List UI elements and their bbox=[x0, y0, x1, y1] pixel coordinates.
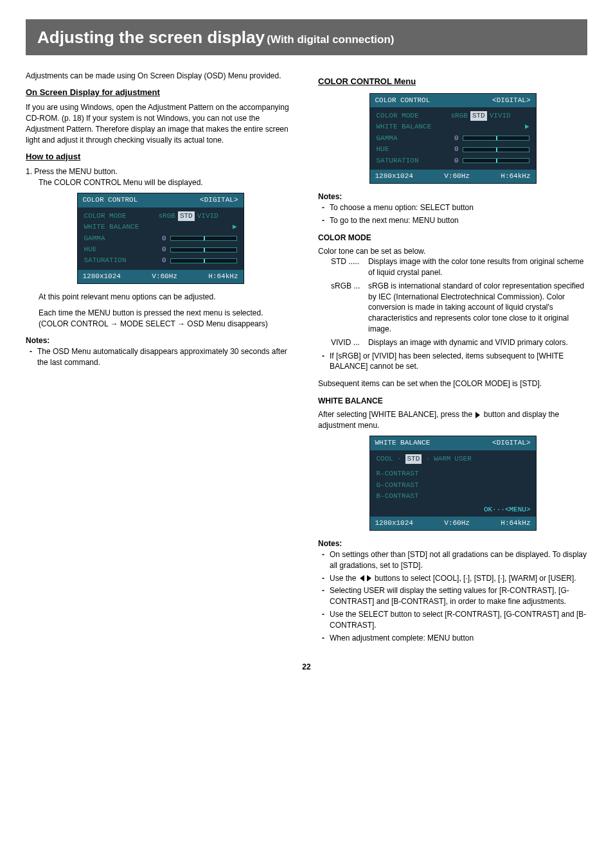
right-triangle-icon bbox=[366, 574, 373, 583]
osd-color-control-screenshot-2: COLOR CONTROL <DIGITAL> COLOR MODE sRGB … bbox=[369, 93, 537, 184]
osd-footer: 1280x1024 V:60Hz H:64kHz bbox=[370, 517, 536, 530]
osd-saturation-label: SATURATION bbox=[84, 256, 155, 265]
notes-heading-wb: Notes: bbox=[318, 538, 587, 549]
osd-arrow-icon: ▶ bbox=[525, 122, 529, 132]
color-mode-after: Subsequent items can be set when the [CO… bbox=[318, 378, 587, 389]
def-term-srgb: sRGB ... bbox=[331, 281, 368, 335]
right-column: COLOR CONTROL Menu COLOR CONTROL <DIGITA… bbox=[318, 71, 587, 645]
notes-list-left: The OSD Menu automatically disappears ap… bbox=[26, 346, 295, 368]
osd-color-mode-label: COLOR MODE bbox=[377, 111, 447, 121]
osd-opt-srgb: sRGB bbox=[451, 111, 468, 121]
osd-white-balance-label: WHITE BALANCE bbox=[84, 222, 155, 232]
wb-note2-a: Use the bbox=[330, 574, 359, 583]
note-item: Use the buttons to select [COOL], [·], [… bbox=[318, 573, 587, 584]
osd-saturation-bar bbox=[463, 158, 529, 163]
color-control-menu-heading: COLOR CONTROL Menu bbox=[318, 76, 587, 87]
color-mode-intro: Color tone can be set as below. bbox=[318, 246, 587, 257]
osd-saturation-bar bbox=[170, 258, 237, 263]
osd-footer-hfreq: H:64kHz bbox=[208, 272, 238, 281]
color-mode-footnote-list: If [sRGB] or [VIVID] has been selected, … bbox=[318, 351, 587, 373]
osd-header-title: COLOR CONTROL bbox=[375, 96, 431, 105]
wb-opt-dot: · bbox=[397, 454, 402, 464]
content-columns: Adjustments can be made using On Screen … bbox=[26, 71, 587, 645]
wb-opt-std-selected: STD bbox=[405, 454, 422, 464]
wb-opt-warm: WARM bbox=[434, 454, 450, 464]
notes-list-wb: On settings other than [STD] not all gra… bbox=[318, 549, 587, 643]
osd-gamma-bar bbox=[170, 236, 237, 241]
osd-b-contrast: B-CONTRAST bbox=[377, 492, 419, 501]
osd-opt-vivid: VIVID bbox=[490, 111, 511, 121]
osd-footer-hfreq: H:64kHz bbox=[501, 172, 530, 181]
note-item: Selecting USER will display the setting … bbox=[318, 585, 587, 607]
osd-header-mode: <DIGITAL> bbox=[492, 438, 530, 448]
how-to-adjust-heading: How to adjust bbox=[26, 151, 295, 163]
osd-saturation-value: 0 bbox=[159, 256, 166, 265]
wb-opt-user: USER bbox=[454, 454, 471, 464]
osd-header-mode: <DIGITAL> bbox=[492, 96, 530, 105]
osd-footer: 1280x1024 V:60Hz H:64kHz bbox=[78, 270, 244, 283]
osd-adjustment-heading: On Screen Display for adjustment bbox=[26, 87, 295, 98]
note-item: The OSD Menu automatically disappears ap… bbox=[26, 346, 295, 368]
page-title-banner: Adjusting the screen display (With digit… bbox=[26, 19, 587, 55]
osd-body: COOL · STD · WARM USER R-CONTRAST G-CONT… bbox=[370, 450, 536, 506]
color-mode-footnote: If [sRGB] or [VIVID] has been selected, … bbox=[318, 351, 587, 373]
def-desc-vivid: Displays an image with dynamic and VIVID… bbox=[368, 337, 587, 348]
osd-hue-value: 0 bbox=[451, 145, 459, 154]
osd-opt-srgb: sRGB bbox=[159, 211, 175, 221]
osd-saturation-label: SATURATION bbox=[377, 156, 447, 166]
osd-footer-resolution: 1280x1024 bbox=[375, 518, 413, 528]
white-balance-heading: WHITE BALANCE bbox=[318, 396, 587, 407]
osd-opt-std-selected: STD bbox=[178, 211, 195, 221]
osd-opt-std-selected: STD bbox=[470, 111, 487, 121]
osd-body: COLOR MODE sRGB STD VIVID WHITE BALANCE … bbox=[78, 208, 244, 270]
osd-hue-label: HUE bbox=[84, 245, 155, 254]
page-title: Adjusting the screen display bbox=[37, 28, 265, 47]
osd-footer-resolution: 1280x1024 bbox=[83, 272, 121, 281]
osd-hue-value: 0 bbox=[159, 245, 166, 254]
notes-heading-cc: Notes: bbox=[318, 191, 587, 202]
osd-white-balance-screenshot: WHITE BALANCE <DIGITAL> COOL · STD · WAR… bbox=[369, 436, 537, 531]
osd-body: COLOR MODE sRGB STD VIVID WHITE BALANCE … bbox=[370, 107, 536, 170]
note-item: To choose a menu option: SELECT button bbox=[318, 202, 587, 213]
osd-footer-hfreq: H:64kHz bbox=[501, 518, 530, 528]
osd-footer-resolution: 1280x1024 bbox=[375, 172, 413, 181]
step-1-sub: The COLOR CONTROL Menu will be displayed… bbox=[26, 177, 295, 188]
notes-list-cc: To choose a menu option: SELECT button T… bbox=[318, 202, 587, 226]
osd-footer-vfreq: V:60Hz bbox=[444, 518, 470, 528]
wb-note2-b: buttons to select [COOL], [·], [STD], [·… bbox=[373, 574, 576, 583]
note-item: When adjustment complete: MENU button bbox=[318, 633, 587, 644]
osd-color-mode-label: COLOR MODE bbox=[84, 211, 155, 221]
osd-adjustment-text: If you are using Windows, open the Adjus… bbox=[26, 102, 295, 145]
left-column: Adjustments can be made using On Screen … bbox=[26, 71, 295, 645]
white-balance-intro: After selecting [WHITE BALANCE], press t… bbox=[318, 409, 587, 431]
osd-footer-vfreq: V:60Hz bbox=[444, 172, 470, 181]
def-term-vivid: VIVID ... bbox=[331, 337, 368, 348]
osd-header: WHITE BALANCE <DIGITAL> bbox=[370, 436, 536, 450]
osd-header: COLOR CONTROL <DIGITAL> bbox=[370, 94, 536, 107]
osd-header-title: COLOR CONTROL bbox=[83, 195, 138, 205]
osd-hue-label: HUE bbox=[377, 145, 447, 154]
osd-opt-vivid: VIVID bbox=[197, 211, 218, 221]
osd-white-balance-label: WHITE BALANCE bbox=[377, 122, 447, 132]
osd-g-contrast: G-CONTRAST bbox=[377, 481, 419, 490]
wb-opt-dot: · bbox=[425, 454, 430, 464]
def-term-std: STD ..... bbox=[331, 256, 368, 278]
wb-opt-cool: COOL bbox=[377, 454, 393, 464]
after-box-text-1: At this point relevant menu options can … bbox=[39, 292, 295, 303]
osd-footer-vfreq: V:60Hz bbox=[152, 272, 177, 281]
page-subtitle: (With digital connection) bbox=[267, 33, 394, 46]
intro-text: Adjustments can be made using On Screen … bbox=[26, 71, 295, 82]
osd-footer: 1280x1024 V:60Hz H:64kHz bbox=[370, 170, 536, 183]
note-item: On settings other than [STD] not all gra… bbox=[318, 549, 587, 571]
left-triangle-icon bbox=[359, 574, 366, 583]
osd-hue-bar bbox=[463, 147, 529, 152]
osd-color-control-screenshot: COLOR CONTROL <DIGITAL> COLOR MODE sRGB … bbox=[77, 193, 244, 284]
osd-gamma-value: 0 bbox=[159, 234, 166, 244]
def-desc-srgb: sRGB is international standard of color … bbox=[368, 281, 587, 335]
notes-heading-left: Notes: bbox=[26, 335, 295, 346]
color-mode-definitions: STD ..... Displays image with the color … bbox=[318, 256, 587, 348]
osd-saturation-value: 0 bbox=[451, 156, 459, 166]
right-triangle-icon bbox=[474, 410, 481, 419]
osd-header-mode: <DIGITAL> bbox=[200, 195, 238, 205]
osd-gamma-label: GAMMA bbox=[84, 234, 155, 244]
